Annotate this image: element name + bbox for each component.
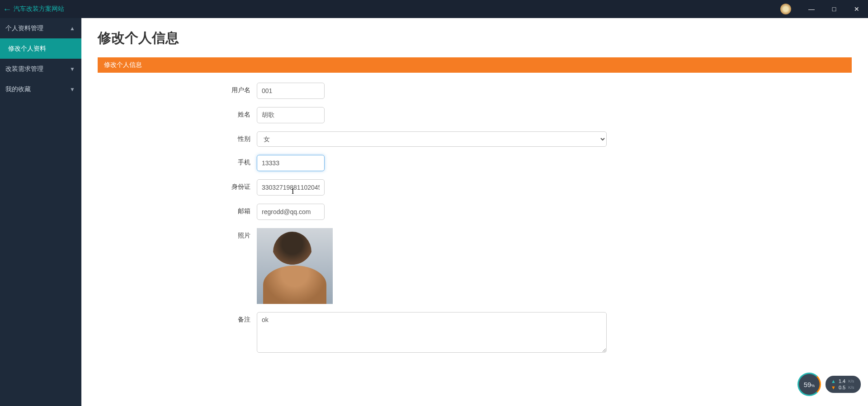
panel-body: 用户名 姓名 性别 女 手机 身份证 邮箱 [98,73,852,367]
chevron-up-icon: ▲ [70,25,75,32]
remark-textarea[interactable] [257,312,607,353]
phone-label: 手机 [104,155,257,167]
photo-preview[interactable] [257,228,333,304]
network-speed-pill: ▲ 1.4K/s ▼ 0.5K/s [826,376,861,393]
content-area: 修改个人信息 修改个人信息 用户名 姓名 性别 女 手机 [81,18,868,406]
row-email: 邮箱 [104,204,845,220]
gender-select[interactable]: 女 [257,131,607,147]
phone-input[interactable] [257,155,325,171]
panel-header: 修改个人信息 [98,57,852,73]
row-name: 姓名 [104,107,845,123]
upload-unit: K/s [848,379,854,383]
upload-line: ▲ 1.4K/s [831,378,855,384]
title-bar: ← 汽车改装方案网站 — □ ✕ [0,0,868,18]
close-button[interactable]: ✕ [845,0,868,18]
download-value: 0.5 [839,385,845,390]
email-input[interactable] [257,204,325,220]
name-input[interactable] [257,107,325,123]
app-title: 汽车改装方案网站 [14,5,64,13]
row-phone: 手机 [104,155,845,171]
main-container: 个人资料管理 ▲ 修改个人资料 改装需求管理 ▼ 我的收藏 ▼ 修改个人信息 修… [0,18,868,406]
titlebar-left: ← 汽车改装方案网站 [3,4,64,14]
sidebar-item-label: 改装需求管理 [5,65,43,73]
sidebar-item-favorites[interactable]: 我的收藏 ▼ [0,79,81,99]
back-arrow-icon[interactable]: ← [3,4,12,14]
network-usage-circle: 59% [797,373,821,396]
gender-label: 性别 [104,131,257,143]
id-label: 身份证 [104,179,257,191]
email-label: 邮箱 [104,204,257,215]
remark-label: 备注 [104,312,257,324]
username-input[interactable] [257,83,325,99]
username-label: 用户名 [104,83,257,94]
sidebar-item-edit-profile[interactable]: 修改个人资料 [0,38,81,59]
row-username: 用户名 [104,83,845,99]
photo-image [257,228,333,304]
sidebar-item-label: 修改个人资料 [8,45,46,53]
chevron-down-icon: ▼ [70,66,75,72]
page-title: 修改个人信息 [98,29,852,47]
sidebar-item-label: 我的收藏 [5,85,31,93]
minimize-button[interactable]: — [800,0,823,18]
maximize-button[interactable]: □ [823,0,845,18]
sidebar-item-label: 个人资料管理 [5,24,43,33]
row-photo: 照片 [104,228,845,304]
upload-value: 1.4 [839,378,845,384]
row-id: 身份证 [104,179,845,196]
name-label: 姓名 [104,107,257,119]
network-widget[interactable]: 59% ▲ 1.4K/s ▼ 0.5K/s [797,373,861,396]
photo-label: 照片 [104,228,257,240]
download-line: ▼ 0.5K/s [831,385,855,390]
titlebar-right: — □ ✕ [780,0,868,18]
download-unit: K/s [848,385,854,390]
upload-arrow-icon: ▲ [831,378,836,384]
sidebar: 个人资料管理 ▲ 修改个人资料 改装需求管理 ▼ 我的收藏 ▼ [0,18,81,406]
sidebar-item-mod-request[interactable]: 改装需求管理 ▼ [0,59,81,79]
row-gender: 性别 女 [104,131,845,147]
download-arrow-icon: ▼ [831,385,836,390]
sidebar-item-profile-mgmt[interactable]: 个人资料管理 ▲ [0,18,81,38]
row-remark: 备注 [104,312,845,353]
percent-unit: % [811,383,815,388]
network-percent: 59 [804,381,811,388]
id-input[interactable] [257,179,325,196]
avatar[interactable] [780,4,791,14]
chevron-down-icon: ▼ [70,86,75,93]
